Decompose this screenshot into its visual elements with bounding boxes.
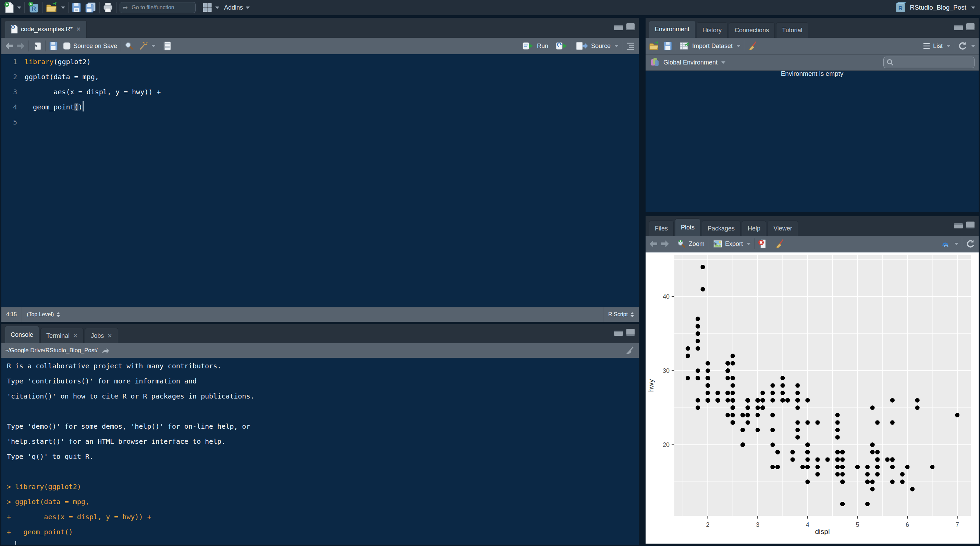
code-tools-button[interactable]: [138, 41, 156, 51]
clear-plots-icon[interactable]: [775, 239, 785, 249]
data-point: [865, 472, 870, 477]
maximize-pane-icon[interactable]: [626, 23, 635, 30]
next-plot-icon[interactable]: [661, 240, 670, 248]
tab-label: Viewer: [773, 225, 792, 232]
save-all-button[interactable]: [84, 2, 96, 13]
source-button[interactable]: Source: [576, 42, 619, 50]
tab-environment[interactable]: Environment: [649, 20, 695, 38]
import-dataset-icon: [679, 41, 690, 51]
scope-selector[interactable]: (Top Level): [22, 307, 65, 322]
tab-help[interactable]: Help: [742, 220, 766, 236]
minimize-pane-icon[interactable]: [954, 25, 963, 30]
zoom-plot-button[interactable]: Zoom: [677, 239, 705, 249]
close-icon[interactable]: ✕: [107, 332, 112, 340]
project-menu-button[interactable]: R RStudio_Blog_Post: [895, 2, 975, 13]
popout-window-icon[interactable]: [32, 41, 42, 51]
maximize-pane-icon[interactable]: [626, 329, 635, 336]
back-icon[interactable]: [5, 42, 14, 50]
maximize-pane-icon[interactable]: [966, 23, 975, 30]
data-point: [686, 376, 690, 380]
minimize-pane-icon[interactable]: [954, 223, 963, 228]
tab-code-examples[interactable]: R code_examples.R* ✕: [5, 20, 87, 38]
tab-terminal[interactable]: Terminal ✕: [40, 328, 84, 343]
data-point: [870, 406, 875, 410]
compile-report-icon[interactable]: [163, 41, 172, 51]
code-editor[interactable]: 1library(ggplot2)2ggplot(data = mpg,3 ae…: [2, 54, 639, 307]
tab-jobs[interactable]: Jobs ✕: [85, 328, 118, 343]
environment-search[interactable]: [883, 57, 975, 68]
document-outline-icon[interactable]: [626, 42, 635, 50]
code-line[interactable]: 2ggplot(data = mpg,: [2, 69, 639, 85]
addins-menu[interactable]: Addins: [224, 4, 250, 11]
tab-packages[interactable]: Packages: [702, 220, 740, 236]
clear-console-icon[interactable]: [625, 345, 635, 356]
console-output-line: Type 'q()' to quit R.: [7, 449, 639, 464]
tab-history[interactable]: History: [697, 22, 727, 38]
tab-viewer[interactable]: Viewer: [768, 220, 798, 236]
data-point: [706, 398, 710, 402]
goto-file-input[interactable]: [119, 2, 196, 13]
open-file-button[interactable]: [46, 2, 65, 13]
new-file-button[interactable]: [4, 2, 21, 13]
data-point: [791, 450, 795, 454]
data-point: [730, 398, 735, 402]
environment-scope-selector[interactable]: Global Environment: [663, 59, 725, 66]
run-button[interactable]: Run: [522, 42, 548, 50]
close-icon[interactable]: ✕: [76, 26, 81, 33]
export-plot-button[interactable]: Export: [712, 239, 751, 249]
save-icon[interactable]: [49, 41, 58, 51]
doc-type-selector[interactable]: R Script: [603, 307, 639, 322]
refresh-plot-icon[interactable]: [966, 239, 975, 249]
data-point: [701, 287, 705, 292]
environment-scopebar: Global Environment: [646, 54, 978, 71]
chevron-down-icon: [737, 45, 740, 47]
goto-directory-icon[interactable]: [101, 347, 109, 354]
minimize-pane-icon[interactable]: [614, 330, 623, 336]
code-line[interactable]: 1library(ggplot2): [2, 54, 639, 69]
svg-text:6: 6: [906, 521, 909, 528]
source-on-save-toggle[interactable]: Source on Save: [63, 42, 117, 50]
data-point: [725, 398, 730, 402]
refresh-environment-button[interactable]: [958, 41, 975, 51]
close-icon[interactable]: ✕: [73, 332, 78, 340]
data-point: [930, 465, 934, 469]
import-dataset-button[interactable]: Import Dataset: [679, 41, 740, 51]
data-point: [775, 450, 780, 454]
console-output[interactable]: R is a collaborative project with many c…: [2, 358, 639, 544]
code-line[interactable]: 5: [2, 115, 639, 129]
maximize-pane-icon[interactable]: [966, 222, 975, 228]
data-point: [695, 368, 700, 373]
chevron-down-icon: [954, 243, 958, 245]
svg-text:3: 3: [756, 521, 759, 528]
save-workspace-icon[interactable]: [663, 41, 672, 51]
code-line[interactable]: 4 geom_point(): [2, 99, 639, 115]
previous-plot-icon[interactable]: [649, 240, 658, 248]
save-button[interactable]: [72, 2, 81, 13]
new-project-button[interactable]: R: [28, 2, 40, 14]
environment-view-selector[interactable]: List: [923, 42, 951, 50]
data-point: [746, 406, 750, 410]
tab-files[interactable]: Files: [649, 220, 674, 236]
code-line[interactable]: 3 aes(x = displ, y = hwy)) +: [2, 85, 639, 99]
checkbox-icon[interactable]: [63, 42, 71, 50]
search-icon[interactable]: [124, 41, 134, 51]
print-button[interactable]: [103, 2, 113, 13]
clear-environment-icon[interactable]: [748, 41, 758, 51]
remove-plot-icon[interactable]: [758, 239, 768, 249]
tab-tutorial[interactable]: Tutorial: [776, 22, 808, 38]
pane-layout-button[interactable]: [202, 2, 219, 13]
minimize-pane-icon[interactable]: [614, 25, 623, 30]
chevron-down-icon: [614, 45, 619, 47]
data-point: [740, 428, 745, 432]
goto-file-search[interactable]: ➦: [119, 2, 196, 13]
rerun-icon[interactable]: [555, 41, 568, 51]
line-number: 4: [2, 99, 17, 115]
forward-icon[interactable]: [16, 42, 25, 50]
publish-plot-button[interactable]: [940, 239, 958, 249]
tab-connections[interactable]: Connections: [729, 22, 775, 38]
tab-plots[interactable]: Plots: [675, 219, 700, 236]
data-point: [890, 420, 895, 425]
chevron-down-icon: [246, 6, 250, 9]
load-workspace-icon[interactable]: [649, 41, 660, 51]
tab-console[interactable]: Console: [5, 326, 39, 343]
